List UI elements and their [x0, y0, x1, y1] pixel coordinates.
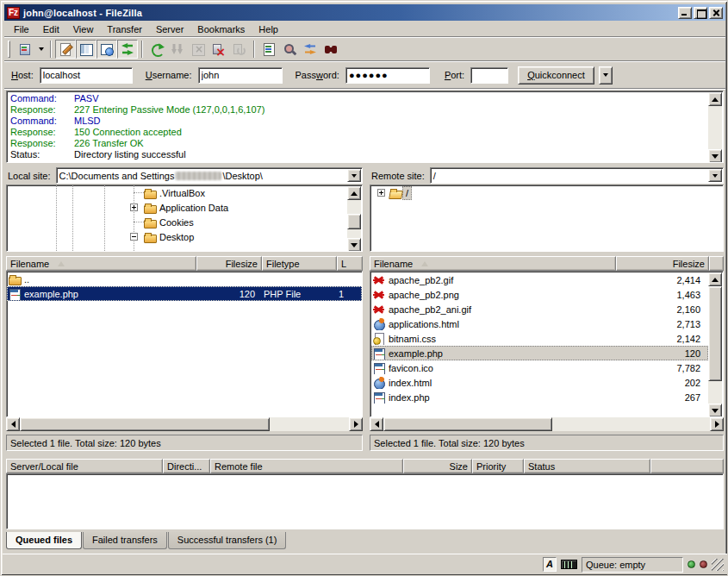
scroll-right-icon[interactable] [349, 417, 363, 431]
file-row-selected[interactable]: example.php120 [371, 346, 708, 360]
tree-item-label: Desktop [157, 231, 196, 243]
toggle-local-tree-button[interactable] [76, 40, 96, 59]
column-filename[interactable]: Filename [6, 256, 196, 271]
remote-directory-tree[interactable]: / [370, 185, 724, 252]
local-list-hscrollbar[interactable] [6, 417, 363, 431]
file-row[interactable]: index.php267 [371, 390, 708, 404]
column-direction[interactable]: Directi... [163, 459, 210, 473]
message-log[interactable]: Command:PASV Response:227 Entering Passi… [6, 91, 724, 163]
compare-directories-button[interactable] [279, 40, 300, 59]
file-row-parent[interactable]: .. [7, 272, 362, 286]
local-tree-scrollbar[interactable] [347, 186, 361, 252]
site-manager-dropdown[interactable] [35, 40, 47, 59]
file-row[interactable]: apache_pb2.gif2,414 [371, 272, 708, 287]
remote-list-hscrollbar[interactable] [370, 417, 724, 431]
scroll-up-icon[interactable] [708, 92, 722, 106]
disconnect-button[interactable] [208, 40, 229, 59]
close-button[interactable] [709, 7, 723, 19]
scroll-right-icon[interactable] [710, 417, 724, 431]
column-lastmodified[interactable]: L [337, 256, 363, 271]
tab-failed-transfers[interactable]: Failed transfers [83, 532, 167, 549]
menu-file[interactable]: File [7, 22, 36, 36]
expander-minus-icon[interactable] [130, 233, 138, 241]
minimize-button[interactable] [678, 7, 692, 19]
scroll-down-icon[interactable] [708, 404, 722, 417]
speed-limit-icon[interactable] [561, 560, 577, 569]
toggle-message-log-button[interactable] [55, 40, 76, 59]
column-size[interactable]: Size [403, 459, 472, 473]
directory-filters-button[interactable] [258, 40, 279, 59]
password-input[interactable] [345, 67, 430, 84]
maximize-button[interactable] [694, 7, 707, 19]
column-remote-file[interactable]: Remote file [210, 459, 403, 473]
file-row[interactable]: applications.html2,713 [371, 316, 708, 331]
port-input[interactable] [470, 67, 508, 84]
log-scrollbar[interactable] [708, 92, 722, 163]
transfer-queue-list[interactable] [6, 473, 724, 529]
column-filetype[interactable]: Filetype [262, 256, 337, 271]
column-priority[interactable]: Priority [472, 459, 524, 473]
transfer-type-indicator[interactable]: A [543, 557, 557, 572]
remote-site-combo[interactable]: / [430, 167, 724, 184]
tree-item-root[interactable]: / [370, 185, 723, 200]
column-server-local-file[interactable]: Server/Local file [6, 459, 163, 473]
menu-server[interactable]: Server [149, 22, 190, 36]
file-row[interactable]: apache_pb2_ani.gif2,160 [371, 302, 708, 316]
refresh-button[interactable] [146, 40, 167, 59]
file-row[interactable]: favicon.ico7,782 [371, 360, 708, 375]
tab-successful-transfers[interactable]: Successful transfers (1) [168, 532, 287, 549]
window-resize-grip[interactable] [712, 559, 724, 571]
host-input[interactable] [40, 67, 133, 84]
toggle-transfer-queue-button[interactable] [117, 40, 138, 59]
file-row[interactable]: index.html202 [371, 375, 708, 390]
scrollbar-thumb[interactable] [383, 417, 552, 431]
scroll-down-icon[interactable] [708, 149, 722, 163]
column-status[interactable]: Status [524, 459, 650, 473]
scroll-down-icon[interactable] [347, 238, 361, 252]
scroll-up-icon[interactable] [347, 186, 361, 200]
remote-list-scrollbar[interactable] [708, 272, 722, 417]
title-bar[interactable]: Fz john@localhost - FileZilla [4, 4, 725, 21]
quickconnect-button[interactable]: Quickconnect [518, 66, 594, 85]
menu-edit[interactable]: Edit [36, 22, 66, 36]
filename: example.php [24, 289, 78, 299]
menu-view[interactable]: View [66, 22, 101, 36]
tree-item-application-data[interactable]: Application Data [7, 200, 362, 215]
scrollbar-thumb[interactable] [20, 417, 270, 431]
local-file-list[interactable]: .. example.php 120 PHP File 1 [6, 271, 363, 417]
menu-help[interactable]: Help [252, 22, 285, 36]
column-filesize[interactable]: Filesize [616, 256, 709, 271]
tab-queued-files[interactable]: Queued files [6, 532, 82, 549]
tree-item-cookies[interactable]: Cookies [7, 215, 362, 229]
menu-transfer[interactable]: Transfer [100, 22, 149, 36]
scroll-left-icon[interactable] [370, 417, 383, 431]
site-manager-button[interactable] [15, 40, 35, 59]
filezilla-app-icon[interactable]: Fz [7, 7, 20, 19]
combo-dropdown-icon[interactable] [347, 169, 361, 182]
synchronized-browsing-button[interactable] [300, 40, 320, 59]
remote-file-list[interactable]: apache_pb2.gif2,414 apache_pb2.png1,463 … [370, 271, 724, 417]
file-row[interactable]: apache_pb2.png1,463 [371, 287, 708, 302]
expander-plus-icon[interactable] [130, 203, 138, 211]
scroll-up-icon[interactable] [708, 272, 722, 286]
scroll-left-icon[interactable] [6, 417, 20, 431]
quickconnect-dropdown[interactable] [599, 66, 613, 85]
file-row[interactable]: bitnami.css2,142 [371, 331, 708, 346]
toolbar-grip[interactable] [8, 41, 10, 58]
tree-item-desktop[interactable]: Desktop [7, 229, 362, 244]
scrollbar-thumb[interactable] [708, 286, 722, 381]
username-input[interactable] [198, 67, 283, 84]
local-site-combo[interactable]: C:\Documents and Settings\Desktop\ [56, 167, 363, 184]
column-filesize[interactable]: Filesize [196, 256, 262, 271]
filename: .. [24, 274, 29, 285]
scrollbar-thumb[interactable] [347, 214, 361, 229]
combo-dropdown-icon[interactable] [708, 169, 722, 182]
toggle-remote-tree-button[interactable] [96, 40, 117, 59]
column-filename[interactable]: Filename [370, 256, 616, 271]
menu-bookmarks[interactable]: Bookmarks [190, 22, 252, 36]
local-directory-tree[interactable]: .VirtualBox Application Data Cookies Des… [6, 185, 363, 252]
file-row-example-php[interactable]: example.php 120 PHP File 1 [7, 286, 362, 301]
tree-item-virtualbox[interactable]: .VirtualBox [7, 185, 362, 200]
expander-plus-icon[interactable] [377, 189, 385, 197]
find-files-button[interactable] [320, 40, 341, 59]
